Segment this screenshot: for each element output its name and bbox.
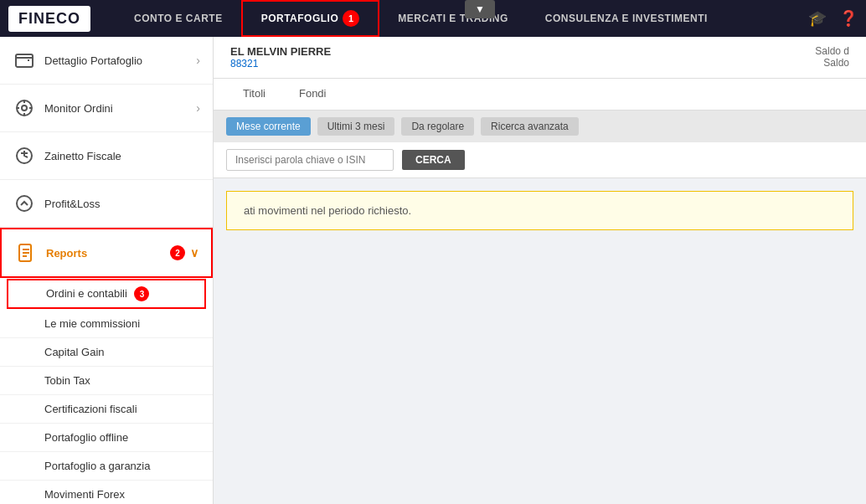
nav-conto[interactable]: CONTO E CARTE <box>116 0 241 37</box>
graduation-icon[interactable]: 🎓 <box>808 9 827 28</box>
filter-bar: Mese corrente Ultimi 3 mesi Da regolare … <box>214 111 866 142</box>
wallet-icon <box>13 49 36 72</box>
submenu-portafoglio-offline[interactable]: Portafoglio offline <box>0 424 213 452</box>
chevron-right-icon: › <box>196 101 200 115</box>
tab-titoli[interactable]: Titoli <box>226 79 282 110</box>
user-account[interactable]: 88321 <box>230 58 331 69</box>
tabs-bar: Titoli Fondi <box>214 79 866 111</box>
submenu-certificazioni[interactable]: Certificazioni fiscali <box>0 395 213 424</box>
submenu-portafoglio-garanzia[interactable]: Portafoglio a garanzia <box>0 452 213 481</box>
reports-icon <box>14 241 38 265</box>
search-input[interactable] <box>226 149 394 171</box>
submenu-ordini[interactable]: Ordini e contabili 3 <box>7 279 206 309</box>
chevron-down-icon: ∨ <box>190 246 198 260</box>
sidebar-item-dettaglio[interactable]: Dettaglio Portafoglio › <box>0 37 213 85</box>
filter-ricerca-avanzata[interactable]: Ricerca avanzata <box>481 117 579 136</box>
result-message: ati movimenti nel periodo richiesto. <box>226 191 853 230</box>
nav-icons: 🎓 ❓ <box>808 9 858 28</box>
sidebar-label-zainetto: Zainetto Fiscale <box>44 150 200 162</box>
filter-ultimi3[interactable]: Ultimi 3 mesi <box>317 117 395 136</box>
main-layout: Dettaglio Portafoglio › Monitor Ordini › <box>0 37 866 504</box>
sidebar: Dettaglio Portafoglio › Monitor Ordini › <box>0 37 214 504</box>
question-icon[interactable]: ❓ <box>839 9 858 28</box>
sidebar-item-monitor[interactable]: Monitor Ordini › <box>0 85 213 132</box>
svg-rect-0 <box>16 54 33 67</box>
balance-label2: Saldo <box>815 57 849 69</box>
portafoglio-badge: 1 <box>343 10 359 27</box>
filter-mese-corrente[interactable]: Mese corrente <box>226 117 311 136</box>
svg-point-5 <box>17 196 32 211</box>
profitloss-icon <box>13 192 36 215</box>
search-bar: CERCA <box>214 142 866 178</box>
chevron-right-icon: › <box>196 54 200 67</box>
logo[interactable]: FINECO <box>8 6 90 32</box>
submenu-tobin[interactable]: Tobin Tax <box>0 367 213 395</box>
zainetto-icon <box>13 144 36 167</box>
svg-point-2 <box>22 105 27 111</box>
submenu-capital[interactable]: Capital Gain <box>0 338 213 367</box>
ordini-badge: 3 <box>134 286 149 301</box>
content-header: EL MELVIN PIERRE 88321 Saldo d Saldo <box>214 37 866 79</box>
reports-badge: 2 <box>170 245 185 260</box>
dropdown-hint[interactable]: ▼ <box>465 0 495 18</box>
search-button[interactable]: CERCA <box>402 150 465 170</box>
nav-portafoglio[interactable]: PORTAFOGLIO 1 <box>241 0 380 37</box>
sidebar-label-reports: Reports <box>46 247 166 260</box>
top-navigation: FINECO CONTO E CARTE PORTAFOGLIO 1 MERCA… <box>0 0 866 37</box>
submenu-movimenti-forex[interactable]: Movimenti Forex <box>0 481 213 504</box>
filter-da-regolare[interactable]: Da regolare <box>401 117 474 136</box>
sidebar-label-monitor: Monitor Ordini <box>44 102 196 115</box>
main-content: EL MELVIN PIERRE 88321 Saldo d Saldo Tit… <box>214 37 866 504</box>
submenu-commissioni[interactable]: Le mie commissioni <box>0 310 213 338</box>
sidebar-label-profitloss: Profit&Loss <box>44 198 200 210</box>
sidebar-item-zainetto[interactable]: Zainetto Fiscale <box>0 132 213 180</box>
nav-mercati[interactable]: MERCATI E TRADING <box>379 0 527 37</box>
reports-submenu: Ordini e contabili 3 Le mie commissioni … <box>0 279 213 504</box>
balance-label1: Saldo d <box>815 45 849 57</box>
sidebar-item-reports[interactable]: Reports 2 ∨ <box>0 228 213 278</box>
user-name: EL MELVIN PIERRE <box>230 45 331 58</box>
sidebar-item-profitloss[interactable]: Profit&Loss <box>0 180 213 228</box>
user-info: EL MELVIN PIERRE 88321 <box>230 45 331 69</box>
monitor-icon <box>13 96 36 120</box>
nav-consulenza[interactable]: CONSULENZA E INVESTIMENTI <box>527 0 726 37</box>
tab-fondi[interactable]: Fondi <box>282 79 343 110</box>
sidebar-label-dettaglio: Dettaglio Portafoglio <box>44 54 196 67</box>
balance-info: Saldo d Saldo <box>815 45 849 69</box>
